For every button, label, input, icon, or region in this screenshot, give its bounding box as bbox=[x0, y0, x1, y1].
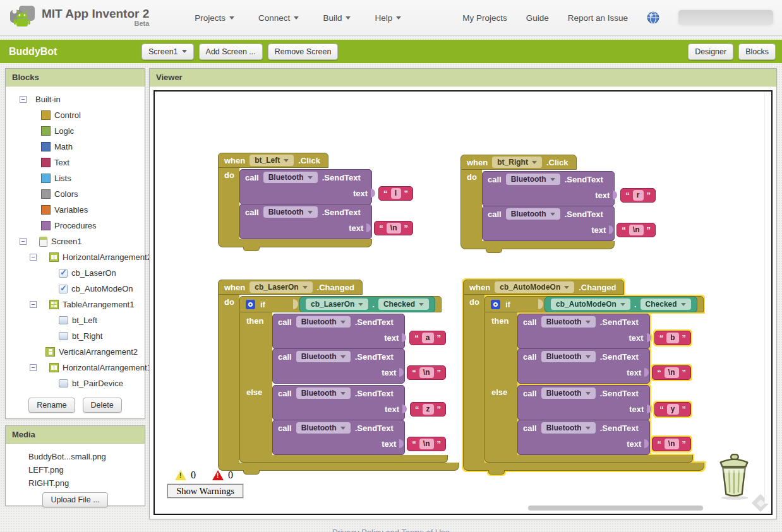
show-warnings-button[interactable]: Show Warnings bbox=[167, 484, 243, 498]
language-globe-icon[interactable] bbox=[647, 11, 659, 24]
property-getter-block[interactable]: cb_AutoModeOn.Checked bbox=[544, 297, 697, 312]
component-dropdown[interactable]: cb_LaserOn bbox=[306, 299, 368, 310]
text-value-field[interactable]: z bbox=[423, 404, 434, 415]
menu-build[interactable]: Build bbox=[323, 13, 351, 23]
text-value-field[interactable]: \n bbox=[419, 439, 434, 449]
link-guide[interactable]: Guide bbox=[526, 13, 549, 23]
call-bluetooth-sendtext-block[interactable]: callBluetooth.SendTexttext“\n” bbox=[272, 348, 405, 384]
palette-item-variables[interactable]: Variables bbox=[6, 202, 145, 218]
component-dropdown[interactable]: Bluetooth bbox=[506, 174, 560, 185]
tree-item-horizontalarrangement1[interactable]: HorizontalArrangement1 bbox=[6, 360, 145, 375]
collapse-icon[interactable] bbox=[30, 301, 37, 308]
text-string-block[interactable]: “z” bbox=[410, 402, 446, 417]
call-bluetooth-sendtext-block[interactable]: callBluetooth.SendTexttext“\n” bbox=[482, 206, 615, 241]
palette-item-text[interactable]: Text bbox=[6, 155, 145, 170]
designer-button[interactable]: Designer bbox=[688, 44, 733, 60]
call-bluetooth-sendtext-block[interactable]: callBluetooth.SendTexttext“b” bbox=[517, 314, 650, 349]
block-when-cb-laseron-changed[interactable]: whencb_LaserOn.Changeddoifcb_LaserOn.Che… bbox=[218, 280, 459, 475]
account-area-blurred[interactable] bbox=[678, 10, 773, 25]
text-string-block[interactable]: “b” bbox=[654, 331, 691, 345]
menu-help[interactable]: Help bbox=[375, 13, 401, 23]
blocks-canvas[interactable]: ! 0 ! 0 Show Warnings whenbt_Left.Clickd… bbox=[153, 90, 773, 515]
text-string-block[interactable]: “y” bbox=[654, 402, 691, 417]
component-dropdown[interactable]: Bluetooth bbox=[541, 422, 596, 434]
component-dropdown[interactable]: Bluetooth bbox=[263, 206, 318, 218]
text-string-block[interactable]: “a” bbox=[409, 331, 446, 345]
menu-connect[interactable]: Connect bbox=[258, 13, 299, 23]
link-report-issue[interactable]: Report an Issue bbox=[568, 13, 628, 23]
link-my-projects[interactable]: My Projects bbox=[462, 13, 507, 23]
text-string-block[interactable]: “\n” bbox=[374, 221, 413, 235]
text-string-block[interactable]: “\n” bbox=[652, 437, 691, 451]
warning-counter[interactable]: ! 0 bbox=[175, 470, 196, 481]
text-value-field[interactable]: \n bbox=[387, 223, 401, 233]
text-string-block[interactable]: “\n” bbox=[617, 223, 656, 237]
tree-item-horizontalarrangement2[interactable]: HorizontalArrangement2 bbox=[6, 249, 145, 265]
tree-item-verticalarrangement2[interactable]: VerticalArrangement2 bbox=[6, 344, 145, 360]
mutator-gear-icon[interactable] bbox=[491, 300, 500, 309]
text-value-field[interactable]: \n bbox=[665, 439, 679, 449]
text-string-block[interactable]: “\n” bbox=[407, 365, 446, 380]
text-value-field[interactable]: \n bbox=[419, 367, 434, 378]
component-dropdown[interactable]: Bluetooth bbox=[506, 208, 560, 220]
call-bluetooth-sendtext-block[interactable]: callBluetooth.SendTexttext“a” bbox=[272, 314, 405, 349]
add-screen-button[interactable]: Add Screen ... bbox=[199, 44, 263, 60]
tree-item-built-in[interactable]: Built-in bbox=[6, 92, 145, 107]
media-file[interactable]: RIGHT.png bbox=[28, 476, 145, 490]
text-string-block[interactable]: “\n” bbox=[407, 437, 446, 451]
media-file[interactable]: BuddyBot...small.png bbox=[28, 450, 145, 463]
text-value-field[interactable]: a bbox=[422, 333, 434, 343]
text-value-field[interactable]: r bbox=[633, 190, 644, 201]
component-dropdown[interactable]: cb_LaserOn bbox=[250, 281, 312, 293]
call-bluetooth-sendtext-block[interactable]: callBluetooth.SendTexttext“\n” bbox=[517, 348, 650, 384]
text-value-field[interactable]: y bbox=[667, 404, 679, 415]
delete-button[interactable]: Delete bbox=[83, 398, 122, 413]
if-then-else-block[interactable]: ifcb_AutoModeOn.CheckedthencallBluetooth… bbox=[484, 296, 704, 463]
component-dropdown[interactable]: Bluetooth bbox=[296, 387, 351, 399]
menu-projects[interactable]: Projects bbox=[195, 13, 234, 23]
vertical-scrollbar[interactable] bbox=[764, 93, 770, 504]
blocks-button[interactable]: Blocks bbox=[738, 44, 776, 60]
component-dropdown[interactable]: Bluetooth bbox=[541, 387, 596, 399]
call-bluetooth-sendtext-block[interactable]: callBluetooth.SendTexttext“l” bbox=[239, 169, 372, 204]
component-dropdown[interactable]: cb_AutoModeOn bbox=[495, 281, 574, 293]
tree-item-bt-right[interactable]: bt_Right bbox=[6, 328, 145, 344]
component-dropdown[interactable]: Bluetooth bbox=[296, 422, 351, 434]
trash-icon[interactable] bbox=[714, 452, 754, 500]
property-getter-block[interactable]: cb_LaserOn.Checked bbox=[299, 297, 435, 312]
text-value-field[interactable]: \n bbox=[629, 225, 644, 235]
component-dropdown[interactable]: Bluetooth bbox=[541, 351, 596, 362]
component-dropdown[interactable]: bt_Left bbox=[250, 155, 294, 166]
component-dropdown[interactable]: Bluetooth bbox=[296, 351, 351, 362]
palette-item-control[interactable]: Control bbox=[6, 107, 145, 123]
text-value-field[interactable]: \n bbox=[665, 367, 679, 378]
text-string-block[interactable]: “\n” bbox=[652, 365, 691, 380]
text-value-field[interactable]: b bbox=[666, 333, 678, 343]
component-dropdown[interactable]: Bluetooth bbox=[541, 316, 596, 328]
call-bluetooth-sendtext-block[interactable]: callBluetooth.SendTexttext“\n” bbox=[239, 204, 372, 239]
palette-item-math[interactable]: Math bbox=[6, 139, 145, 155]
media-file[interactable]: LEFT.png bbox=[28, 463, 145, 476]
remove-screen-button[interactable]: Remove Screen bbox=[268, 44, 339, 60]
tree-item-cb-laseron[interactable]: cb_LaserOn bbox=[6, 265, 145, 281]
screen-selector[interactable]: Screen1 bbox=[141, 44, 194, 60]
block-when-cb-automodeon-changed[interactable]: whencb_AutoModeOn.Changeddoifcb_AutoMode… bbox=[463, 280, 704, 475]
palette-item-procedures[interactable]: Procedures bbox=[6, 218, 145, 233]
horizontal-scrollbar[interactable] bbox=[528, 505, 703, 511]
collapse-icon[interactable] bbox=[30, 364, 37, 371]
block-when-bt-left-click[interactable]: whenbt_Left.ClickdocallBluetooth.SendTex… bbox=[218, 153, 372, 251]
upload-file-button[interactable]: Upload File ... bbox=[42, 492, 107, 507]
tree-item-cb-automodeon[interactable]: cb_AutoModeOn bbox=[6, 281, 145, 297]
block-when-bt-right-click[interactable]: whenbt_Right.ClickdocallBluetooth.SendTe… bbox=[460, 155, 615, 253]
component-dropdown[interactable]: Bluetooth bbox=[296, 316, 351, 328]
call-bluetooth-sendtext-block[interactable]: callBluetooth.SendTexttext“y” bbox=[517, 385, 650, 420]
collapse-icon[interactable] bbox=[20, 96, 27, 103]
footer-link[interactable]: Privacy Policy and Terms of Use bbox=[0, 528, 782, 532]
tree-item-bt-pairdevice[interactable]: bt_PairDevice bbox=[6, 375, 145, 391]
mutator-gear-icon[interactable] bbox=[246, 300, 255, 309]
tree-item-tablearrangement1[interactable]: TableArrangement1 bbox=[6, 297, 145, 312]
property-dropdown[interactable]: Checked bbox=[378, 299, 429, 310]
call-bluetooth-sendtext-block[interactable]: callBluetooth.SendTexttext“r” bbox=[482, 171, 615, 206]
palette-item-lists[interactable]: Lists bbox=[6, 170, 145, 186]
component-dropdown[interactable]: bt_Right bbox=[492, 157, 542, 168]
